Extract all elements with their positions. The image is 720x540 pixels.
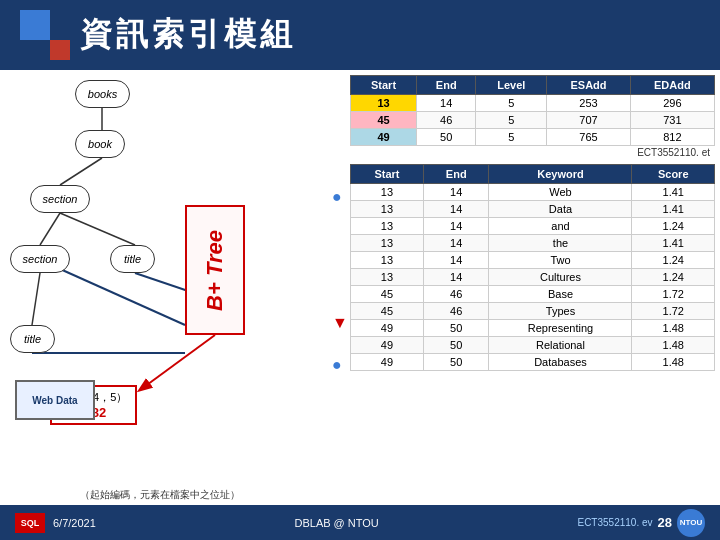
node-book: book	[75, 130, 125, 158]
cell-end: 50	[423, 354, 489, 371]
col-keyword: Keyword	[489, 165, 632, 184]
deco-red	[50, 40, 70, 60]
page-number: 28	[658, 515, 672, 530]
cell-score: 1.41	[632, 235, 715, 252]
svg-line-8	[140, 335, 215, 390]
right-panel: Start End Level ESAdd EDAdd 13 14 5 253	[350, 70, 720, 540]
bullet-row9: ●	[332, 354, 348, 375]
cell-esadd: 707	[547, 112, 630, 129]
bullet-row10	[332, 375, 348, 396]
footer-date: 6/7/2021	[53, 517, 96, 529]
cell-keyword: Data	[489, 201, 632, 218]
col-level: Level	[476, 76, 547, 95]
svg-line-2	[40, 213, 60, 245]
cell-keyword: Representing	[489, 320, 632, 337]
footer-ect-label: ECT3552110. ev	[577, 517, 652, 528]
col-end1: End	[417, 76, 476, 95]
tree-diagram: books book section section title title	[10, 75, 330, 475]
cell-start: 13	[351, 201, 424, 218]
cell-score: 1.72	[632, 303, 715, 320]
cell-end: 46	[423, 286, 489, 303]
btree-box: B+ Tree	[185, 205, 245, 335]
ect-label1: ECT3552110. et	[350, 146, 715, 159]
cell-end: 14	[423, 252, 489, 269]
table-row: 13 14 Data 1.41	[351, 201, 715, 218]
red-circle-icon: ▼	[332, 314, 348, 332]
table-row: 49 50 Relational 1.48	[351, 337, 715, 354]
table1-header-row: Start End Level ESAdd EDAdd	[351, 76, 715, 95]
cell-keyword: Relational	[489, 337, 632, 354]
cell-start: 49	[351, 354, 424, 371]
node-section1: section	[30, 185, 90, 213]
bullet-row8	[332, 333, 348, 354]
cell-end: 14	[423, 218, 489, 235]
cell-keyword: and	[489, 218, 632, 235]
cell-level: 5	[476, 129, 547, 146]
table2: Start End Keyword Score 13 14 Web 1.41	[350, 164, 715, 371]
bullet-row5	[332, 270, 348, 291]
cell-keyword: Types	[489, 303, 632, 320]
webdata-label: Web Data	[32, 395, 77, 406]
bullet-row4	[332, 249, 348, 270]
cell-keyword: Two	[489, 252, 632, 269]
cell-start: 45	[351, 286, 424, 303]
cell-esadd: 765	[547, 129, 630, 146]
cell-end: 14	[423, 184, 489, 201]
table-row: 45 46 5 707 731	[351, 112, 715, 129]
table-row: 49 50 5 765 812	[351, 129, 715, 146]
cell-start: 13	[351, 95, 417, 112]
cell-start: 13	[351, 218, 424, 235]
tree-lines	[10, 75, 330, 495]
cell-start: 13	[351, 269, 424, 286]
cell-level: 5	[476, 95, 547, 112]
col-start2: Start	[351, 165, 424, 184]
cell-end: 46	[423, 303, 489, 320]
blue-circle-icon: ●	[332, 188, 342, 206]
webdata-box: Web Data	[15, 380, 95, 420]
table-row: 49 50 Representing 1.48	[351, 320, 715, 337]
cell-esadd: 253	[547, 95, 630, 112]
col-edadd: EDAdd	[630, 76, 714, 95]
bullet-row6	[332, 291, 348, 312]
cell-start: 45	[351, 112, 417, 129]
footer: SQL 6/7/2021 DBLAB @ NTOU ECT3552110. ev…	[0, 505, 720, 540]
col-end2: End	[423, 165, 489, 184]
header: 資訊索引模組	[0, 0, 720, 70]
col-esadd: ESAdd	[547, 76, 630, 95]
cell-keyword: Web	[489, 184, 632, 201]
cell-start: 49	[351, 337, 424, 354]
cell-start: 13	[351, 252, 424, 269]
main-content: books book section section title title	[0, 70, 720, 540]
node-title2: title	[10, 325, 55, 353]
bullet-row7: ▼	[332, 312, 348, 333]
table-row: 49 50 Databases 1.48	[351, 354, 715, 371]
bullet-row2	[332, 207, 348, 228]
deco-blue	[20, 10, 50, 40]
svg-line-4	[32, 273, 40, 325]
cell-keyword: Cultures	[489, 269, 632, 286]
cell-score: 1.48	[632, 337, 715, 354]
cell-end: 14	[417, 95, 476, 112]
footer-left: SQL 6/7/2021	[15, 513, 96, 533]
table1-container: Start End Level ESAdd EDAdd 13 14 5 253	[350, 75, 715, 159]
cell-score: 1.48	[632, 320, 715, 337]
cell-score: 1.24	[632, 269, 715, 286]
table2-header-row: Start End Keyword Score	[351, 165, 715, 184]
col-start1: Start	[351, 76, 417, 95]
cell-end: 50	[423, 337, 489, 354]
cell-edadd: 296	[630, 95, 714, 112]
cell-keyword: Base	[489, 286, 632, 303]
cell-start: 45	[351, 303, 424, 320]
btree-label: B+ Tree	[202, 230, 228, 311]
bullet-row1: ●	[332, 186, 348, 207]
node-title1: title	[110, 245, 155, 273]
cell-end: 46	[417, 112, 476, 129]
cell-end: 14	[423, 269, 489, 286]
cell-keyword: the	[489, 235, 632, 252]
bullets-column: ● ▼ ●	[332, 186, 348, 417]
ntou-logo: NTOU	[677, 509, 705, 537]
cell-keyword: Databases	[489, 354, 632, 371]
cell-end: 50	[423, 320, 489, 337]
bottom-text: （起始編碼，元素在檔案中之位址）	[80, 488, 240, 502]
node-books: books	[75, 80, 130, 108]
